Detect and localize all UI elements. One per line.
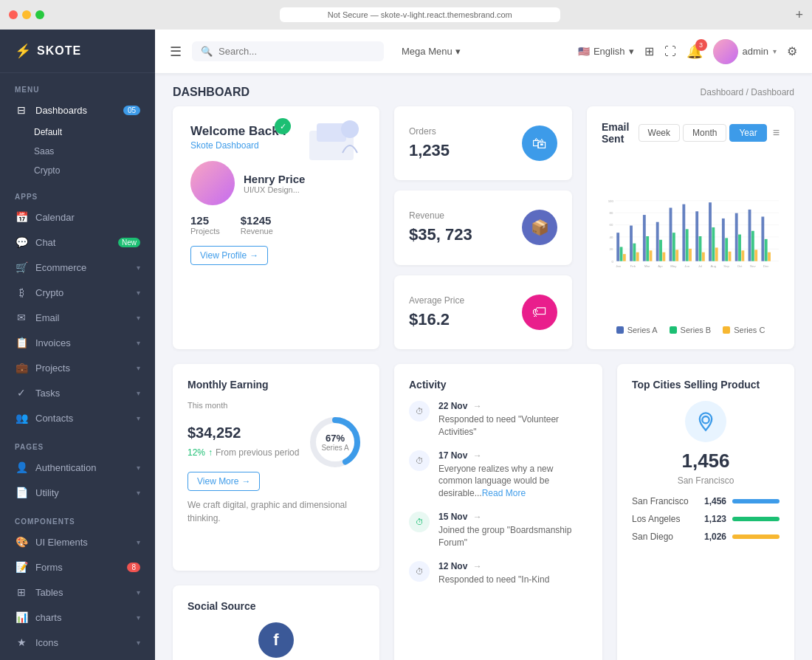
sidebar-sub-default[interactable]: Default: [0, 123, 155, 142]
view-profile-label: View Profile: [200, 250, 247, 261]
ecommerce-label: Ecommerce: [35, 262, 86, 273]
week-button[interactable]: Week: [639, 124, 680, 142]
sidebar-item-projects[interactable]: 💼 Projects ▾: [0, 355, 155, 380]
chevron-icon: ▾: [137, 639, 140, 647]
search-box[interactable]: 🔍: [192, 41, 384, 61]
grid-icon[interactable]: ⊞: [644, 44, 654, 58]
donut-label: 67% Series A: [321, 433, 348, 452]
svg-text:80: 80: [610, 211, 613, 215]
svg-rect-42: [735, 213, 738, 261]
activity-item-4: ⏱ 12 Nov → Responded to need "In-Kind: [409, 561, 588, 586]
month-button[interactable]: Month: [683, 124, 726, 142]
donut-series-label: Series A: [321, 444, 348, 452]
svg-rect-27: [670, 207, 672, 261]
sidebar-item-chat[interactable]: 💬 Chat New: [0, 230, 155, 255]
activity-date-3: 15 Nov →: [438, 512, 588, 522]
url-bar[interactable]: Not Secure — skote-v-light.react.themesb…: [280, 7, 560, 22]
language-selector[interactable]: 🇺🇸 English ▾: [578, 46, 634, 57]
svg-text:Feb: Feb: [630, 264, 636, 268]
view-more-label: View More: [197, 476, 238, 487]
sidebar-item-icons[interactable]: ★ Icons ▾: [0, 630, 155, 655]
svg-rect-40: [725, 238, 728, 261]
city-name-1: San Francisco: [632, 496, 691, 506]
view-more-button[interactable]: View More →: [187, 472, 260, 491]
sidebar-item-charts[interactable]: 📊 charts ▾: [0, 605, 155, 630]
sidebar-item-tasks[interactable]: ✓ Tasks ▾: [0, 380, 155, 405]
sidebar-item-dashboards[interactable]: ⊟ Dashboards 05: [0, 97, 155, 123]
svg-point-2: [341, 120, 359, 138]
sidebar-item-ui-elements[interactable]: 🎨 UI Elements ▾: [0, 529, 155, 554]
sidebar-item-calendar[interactable]: 📅 Calendar: [0, 204, 155, 230]
arrow-right-icon: →: [250, 250, 258, 261]
series-b-dot: [670, 326, 677, 334]
svg-rect-46: [751, 231, 754, 261]
view-profile-button[interactable]: View Profile →: [190, 246, 268, 265]
sidebar-item-authentication[interactable]: 👤 Authentication ▾: [0, 455, 155, 480]
ui-label: UI Elements: [35, 537, 88, 548]
read-more-link[interactable]: Read More: [482, 488, 526, 498]
donut-percentage: 67%: [321, 433, 348, 444]
maximize-button[interactable]: [35, 10, 44, 19]
sidebar-item-invoices[interactable]: 📋 Invoices ▾: [0, 330, 155, 355]
settings-icon[interactable]: ⚙: [787, 44, 797, 58]
chevron-icon: ▾: [137, 464, 140, 472]
page-title: DASHBOARD: [173, 86, 250, 99]
forms-badge: 8: [127, 563, 140, 572]
close-button[interactable]: [9, 10, 18, 19]
cities-count: 1,456: [632, 450, 780, 472]
city-row-1: San Francisco 1,456: [632, 496, 780, 506]
sidebar-sub-crypto[interactable]: Crypto: [0, 161, 155, 180]
avg-price-stat-card: Average Price $16.2 🏷: [394, 275, 572, 349]
main-content: DASHBOARD Dashboard / Dashboard Welcome …: [155, 74, 812, 660]
sidebar-item-maps[interactable]: 🗺 Maps ▾: [0, 655, 155, 660]
svg-rect-29: [675, 250, 678, 261]
change-text: From previous period: [216, 447, 299, 458]
mega-menu-button[interactable]: Mega Menu ▾: [394, 41, 468, 61]
top-row: Welcome Back ! Skote Dashboard: [173, 106, 794, 349]
sidebar-item-contacts[interactable]: 👥 Contacts ▾: [0, 405, 155, 430]
city-name-2: Los Angeles: [632, 514, 691, 524]
series-b-label: Series B: [681, 326, 712, 334]
orders-icon: 🛍: [522, 126, 557, 161]
city-value-3: 1,026: [697, 532, 726, 542]
ui-icon: 🎨: [15, 536, 28, 548]
sidebar-item-email[interactable]: ✉ Email ▾: [0, 305, 155, 330]
fullscreen-icon[interactable]: ⛶: [664, 45, 676, 58]
forms-label: Forms: [35, 562, 63, 573]
activity-item-3: ⏱ 15 Nov → Joined the group "Boardsmansh…: [409, 512, 588, 549]
dashboard-icon: ⊟: [15, 104, 28, 116]
minimize-button[interactable]: [22, 10, 31, 19]
svg-text:Jul: Jul: [698, 264, 703, 268]
breadcrumb: Dashboard / Dashboard: [701, 87, 794, 97]
svg-point-65: [702, 416, 709, 423]
search-input[interactable]: [219, 46, 366, 57]
tables-icon: ⊞: [15, 586, 28, 598]
email-label: Email: [35, 312, 60, 323]
hamburger-button[interactable]: ☰: [170, 44, 182, 60]
avg-price-label: Average Price: [409, 295, 464, 306]
activity-item-2: ⏱ 17 Nov → Everyone realizes why a new c…: [409, 450, 588, 500]
sidebar-item-crypto[interactable]: ₿ Crypto ▾: [0, 280, 155, 305]
notifications-button[interactable]: 🔔 3: [687, 44, 703, 60]
menu-label: MENU: [15, 86, 39, 94]
sidebar-item-utility[interactable]: 📄 Utility ▾: [0, 480, 155, 505]
sidebar-item-ecommerce[interactable]: 🛒 Ecommerce ▾: [0, 255, 155, 280]
welcome-card: Welcome Back ! Skote Dashboard: [173, 106, 379, 349]
year-button[interactable]: Year: [729, 124, 766, 142]
new-tab-button[interactable]: +: [795, 7, 803, 23]
sidebar-sub-saas[interactable]: Saas: [0, 142, 155, 161]
user-menu-button[interactable]: admin ▾: [713, 39, 777, 64]
pages-label: PAGES: [15, 443, 44, 451]
sidebar-item-forms[interactable]: 📝 Forms 8: [0, 554, 155, 580]
cities-header: Top Cities Selling Product: [632, 379, 780, 391]
activity-dot-1: ⏱: [409, 401, 430, 422]
bottom-row: Monthly Earning This month $34,252 12% ↑…: [173, 364, 794, 660]
chart-menu-icon[interactable]: ≡: [773, 126, 780, 140]
chart-title: Email Sent: [602, 121, 639, 145]
svg-rect-35: [702, 252, 705, 261]
svg-rect-48: [761, 216, 764, 261]
components-section-header: COMPONENTS: [0, 505, 155, 529]
sidebar-item-tables[interactable]: ⊞ Tables ▾: [0, 580, 155, 605]
svg-rect-45: [749, 210, 751, 261]
series-c-label: Series C: [734, 326, 765, 334]
